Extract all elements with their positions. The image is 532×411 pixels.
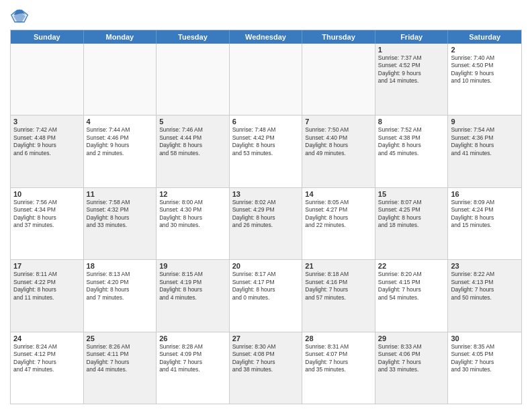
weekday-header-sunday: Sunday [11, 30, 84, 44]
day-cell-20: 20Sunrise: 8:17 AM Sunset: 4:17 PM Dayli… [230, 260, 303, 331]
day-info: Sunrise: 7:50 AM Sunset: 4:40 PM Dayligh… [305, 126, 372, 157]
day-info: Sunrise: 8:33 AM Sunset: 4:06 PM Dayligh… [378, 343, 445, 374]
day-number: 7 [305, 118, 372, 126]
day-number: 2 [451, 46, 519, 54]
day-number: 13 [232, 190, 300, 198]
day-info: Sunrise: 8:35 AM Sunset: 4:05 PM Dayligh… [451, 343, 519, 374]
day-info: Sunrise: 8:11 AM Sunset: 4:22 PM Dayligh… [13, 271, 81, 302]
day-info: Sunrise: 8:22 AM Sunset: 4:13 PM Dayligh… [451, 271, 519, 302]
day-info: Sunrise: 8:26 AM Sunset: 4:11 PM Dayligh… [87, 343, 154, 374]
day-cell-24: 24Sunrise: 8:24 AM Sunset: 4:12 PM Dayli… [11, 332, 84, 404]
calendar-row-2: 3Sunrise: 7:42 AM Sunset: 4:48 PM Daylig… [11, 115, 521, 187]
logo-icon [10, 7, 29, 26]
day-number: 16 [451, 190, 519, 198]
day-info: Sunrise: 7:42 AM Sunset: 4:48 PM Dayligh… [13, 126, 81, 157]
day-number: 3 [13, 118, 81, 126]
day-info: Sunrise: 8:24 AM Sunset: 4:12 PM Dayligh… [13, 343, 81, 374]
day-info: Sunrise: 7:54 AM Sunset: 4:36 PM Dayligh… [451, 126, 519, 157]
day-number: 1 [378, 46, 445, 54]
calendar-body: 1Sunrise: 7:37 AM Sunset: 4:52 PM Daylig… [11, 44, 521, 404]
day-number: 28 [305, 334, 372, 342]
day-cell-14: 14Sunrise: 8:05 AM Sunset: 4:27 PM Dayli… [302, 188, 375, 259]
day-info: Sunrise: 8:28 AM Sunset: 4:09 PM Dayligh… [159, 343, 226, 374]
day-info: Sunrise: 7:48 AM Sunset: 4:42 PM Dayligh… [232, 126, 300, 157]
day-number: 25 [87, 334, 154, 342]
weekday-header-monday: Monday [84, 30, 157, 44]
day-info: Sunrise: 7:52 AM Sunset: 4:38 PM Dayligh… [378, 126, 445, 157]
day-cell-19: 19Sunrise: 8:15 AM Sunset: 4:19 PM Dayli… [157, 260, 230, 331]
calendar-row-4: 17Sunrise: 8:11 AM Sunset: 4:22 PM Dayli… [11, 259, 521, 331]
day-info: Sunrise: 7:40 AM Sunset: 4:50 PM Dayligh… [451, 54, 519, 85]
day-number: 8 [378, 118, 445, 126]
header [10, 7, 522, 26]
day-info: Sunrise: 8:05 AM Sunset: 4:27 PM Dayligh… [305, 199, 372, 230]
day-number: 18 [87, 262, 154, 270]
day-cell-21: 21Sunrise: 8:18 AM Sunset: 4:16 PM Dayli… [302, 260, 375, 331]
empty-cell-r0c4 [302, 44, 375, 115]
day-info: Sunrise: 8:09 AM Sunset: 4:24 PM Dayligh… [451, 199, 519, 230]
day-cell-25: 25Sunrise: 8:26 AM Sunset: 4:11 PM Dayli… [84, 332, 157, 404]
day-cell-18: 18Sunrise: 8:13 AM Sunset: 4:20 PM Dayli… [84, 260, 157, 331]
day-cell-11: 11Sunrise: 7:58 AM Sunset: 4:32 PM Dayli… [84, 188, 157, 259]
empty-cell-r0c2 [157, 44, 230, 115]
day-cell-16: 16Sunrise: 8:09 AM Sunset: 4:24 PM Dayli… [448, 188, 521, 259]
day-info: Sunrise: 8:00 AM Sunset: 4:30 PM Dayligh… [159, 199, 226, 230]
empty-cell-r0c3 [230, 44, 303, 115]
calendar-row-5: 24Sunrise: 8:24 AM Sunset: 4:12 PM Dayli… [11, 332, 521, 404]
day-cell-29: 29Sunrise: 8:33 AM Sunset: 4:06 PM Dayli… [375, 332, 449, 404]
day-info: Sunrise: 7:37 AM Sunset: 4:52 PM Dayligh… [378, 54, 445, 85]
calendar-header: SundayMondayTuesdayWednesdayThursdayFrid… [11, 30, 521, 44]
weekday-header-thursday: Thursday [302, 30, 375, 44]
day-info: Sunrise: 8:17 AM Sunset: 4:17 PM Dayligh… [232, 271, 300, 302]
day-cell-17: 17Sunrise: 8:11 AM Sunset: 4:22 PM Dayli… [11, 260, 84, 331]
day-info: Sunrise: 8:15 AM Sunset: 4:19 PM Dayligh… [159, 271, 226, 302]
day-info: Sunrise: 8:07 AM Sunset: 4:25 PM Dayligh… [378, 199, 445, 230]
day-cell-10: 10Sunrise: 7:56 AM Sunset: 4:34 PM Dayli… [11, 188, 84, 259]
day-number: 4 [87, 118, 154, 126]
day-number: 17 [13, 262, 81, 270]
day-cell-5: 5Sunrise: 7:46 AM Sunset: 4:44 PM Daylig… [157, 116, 230, 187]
day-info: Sunrise: 8:20 AM Sunset: 4:15 PM Dayligh… [378, 271, 445, 302]
logo [10, 7, 32, 26]
day-cell-7: 7Sunrise: 7:50 AM Sunset: 4:40 PM Daylig… [302, 116, 375, 187]
day-cell-30: 30Sunrise: 8:35 AM Sunset: 4:05 PM Dayli… [448, 332, 521, 404]
weekday-header-saturday: Saturday [448, 30, 521, 44]
page: SundayMondayTuesdayWednesdayThursdayFrid… [0, 0, 532, 411]
day-cell-12: 12Sunrise: 8:00 AM Sunset: 4:30 PM Dayli… [157, 188, 230, 259]
day-cell-9: 9Sunrise: 7:54 AM Sunset: 4:36 PM Daylig… [448, 116, 521, 187]
day-cell-1: 1Sunrise: 7:37 AM Sunset: 4:52 PM Daylig… [375, 44, 449, 115]
day-number: 6 [232, 118, 300, 126]
day-number: 10 [13, 190, 81, 198]
day-number: 19 [159, 262, 226, 270]
day-cell-15: 15Sunrise: 8:07 AM Sunset: 4:25 PM Dayli… [375, 188, 449, 259]
day-number: 29 [378, 334, 445, 342]
calendar: SundayMondayTuesdayWednesdayThursdayFrid… [10, 30, 522, 404]
calendar-row-1: 1Sunrise: 7:37 AM Sunset: 4:52 PM Daylig… [11, 44, 521, 115]
day-info: Sunrise: 8:13 AM Sunset: 4:20 PM Dayligh… [87, 271, 154, 302]
day-number: 26 [159, 334, 226, 342]
day-cell-2: 2Sunrise: 7:40 AM Sunset: 4:50 PM Daylig… [448, 44, 521, 115]
day-number: 22 [378, 262, 445, 270]
weekday-header-tuesday: Tuesday [157, 30, 230, 44]
day-cell-26: 26Sunrise: 8:28 AM Sunset: 4:09 PM Dayli… [157, 332, 230, 404]
day-cell-23: 23Sunrise: 8:22 AM Sunset: 4:13 PM Dayli… [448, 260, 521, 331]
weekday-header-friday: Friday [375, 30, 449, 44]
day-number: 14 [305, 190, 372, 198]
empty-cell-r0c1 [84, 44, 157, 115]
day-number: 27 [232, 334, 300, 342]
calendar-row-3: 10Sunrise: 7:56 AM Sunset: 4:34 PM Dayli… [11, 187, 521, 259]
day-cell-8: 8Sunrise: 7:52 AM Sunset: 4:38 PM Daylig… [375, 116, 449, 187]
day-number: 5 [159, 118, 226, 126]
day-cell-28: 28Sunrise: 8:31 AM Sunset: 4:07 PM Dayli… [302, 332, 375, 404]
day-info: Sunrise: 7:58 AM Sunset: 4:32 PM Dayligh… [87, 199, 154, 230]
day-cell-13: 13Sunrise: 8:02 AM Sunset: 4:29 PM Dayli… [230, 188, 303, 259]
weekday-header-wednesday: Wednesday [230, 30, 303, 44]
day-info: Sunrise: 8:18 AM Sunset: 4:16 PM Dayligh… [305, 271, 372, 302]
day-cell-6: 6Sunrise: 7:48 AM Sunset: 4:42 PM Daylig… [230, 116, 303, 187]
day-cell-22: 22Sunrise: 8:20 AM Sunset: 4:15 PM Dayli… [375, 260, 449, 331]
day-number: 20 [232, 262, 300, 270]
day-number: 30 [451, 334, 519, 342]
day-number: 24 [13, 334, 81, 342]
empty-cell-r0c0 [11, 44, 84, 115]
day-info: Sunrise: 7:56 AM Sunset: 4:34 PM Dayligh… [13, 199, 81, 230]
